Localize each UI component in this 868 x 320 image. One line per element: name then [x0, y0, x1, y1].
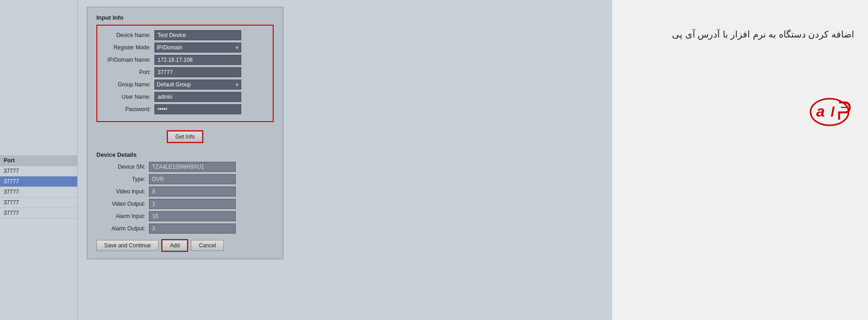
- table-row[interactable]: 37777: [0, 187, 77, 197]
- get-info-area: Get Info: [96, 127, 274, 147]
- dialog-box: Input Info Device Name: Register Mode: I…: [87, 7, 283, 259]
- video-output-field: [149, 199, 236, 209]
- port-input[interactable]: [154, 67, 241, 77]
- device-name-row: Device Name:: [102, 30, 268, 40]
- username-input[interactable]: [154, 92, 241, 102]
- video-input-row: Video Input:: [96, 187, 274, 197]
- alarm-input-label: Alarm Input:: [96, 213, 149, 219]
- add-button-wrapper: Add: [161, 239, 188, 252]
- bottom-buttons: Save and Continue Add Cancel: [96, 239, 274, 252]
- video-output-row: Video Output:: [96, 199, 274, 209]
- device-details-title: Device Details: [96, 151, 274, 158]
- group-name-select[interactable]: Default Group: [154, 80, 241, 90]
- left-panel: Port 37777 37777 37777 37777 37777: [0, 0, 78, 320]
- alarm-output-label: Alarm Output:: [96, 225, 149, 232]
- password-row: Password:: [102, 104, 268, 114]
- right-panel: اضافه کردن دستگاه به نرم افزار با آدرس آ…: [612, 0, 868, 320]
- device-sn-label: Device SN:: [96, 164, 149, 170]
- alarm-input-field: [149, 211, 236, 221]
- device-details-section: Device Details Device SN: Type: Video In…: [96, 151, 274, 234]
- device-sn-row: Device SN:: [96, 162, 274, 172]
- alarm-output-field: [149, 224, 236, 234]
- svg-text:a: a: [816, 103, 825, 120]
- username-label: User Name:: [102, 94, 154, 100]
- type-input: [149, 174, 236, 184]
- group-name-select-wrapper: Default Group: [154, 80, 241, 90]
- register-mode-label: Register Mode:: [102, 44, 154, 51]
- video-input-label: Video Input:: [96, 188, 149, 195]
- password-input[interactable]: [154, 104, 241, 114]
- ip-domain-input[interactable]: [154, 55, 241, 65]
- username-row: User Name:: [102, 92, 268, 102]
- ip-domain-row: IP/Domain Name:: [102, 55, 268, 65]
- svg-text:l: l: [831, 104, 835, 119]
- register-mode-row: Register Mode: IP/Domain: [102, 43, 268, 53]
- get-info-button-wrapper: Get Info: [167, 130, 204, 143]
- password-label: Password:: [102, 106, 154, 112]
- register-mode-select-wrapper: IP/Domain: [154, 43, 241, 53]
- table-row[interactable]: 37777: [0, 208, 77, 219]
- input-info-title: Input Info: [96, 14, 274, 21]
- port-row: Port:: [102, 67, 268, 77]
- register-mode-select[interactable]: IP/Domain: [154, 43, 241, 53]
- group-name-label: Group Name:: [102, 81, 154, 88]
- table-row[interactable]: 37777: [0, 197, 77, 208]
- device-name-input[interactable]: [154, 30, 241, 40]
- type-label: Type:: [96, 176, 149, 182]
- device-sn-input: [149, 162, 236, 172]
- table-row[interactable]: 37777: [0, 166, 77, 176]
- cancel-button[interactable]: Cancel: [191, 240, 223, 251]
- ip-domain-label: IP/Domain Name:: [102, 57, 154, 63]
- input-info-section: Device Name: Register Mode: IP/Domain IP…: [96, 25, 274, 122]
- logo-area: a l: [809, 96, 854, 128]
- group-name-row: Group Name: Default Group: [102, 80, 268, 90]
- alarm-input-row: Alarm Input:: [96, 211, 274, 221]
- device-name-label: Device Name:: [102, 32, 154, 38]
- port-column-header: Port: [0, 155, 77, 166]
- alarm-output-row: Alarm Output:: [96, 224, 274, 234]
- port-label: Port:: [102, 69, 154, 75]
- main-dialog-area: Input Info Device Name: Register Mode: I…: [78, 0, 612, 320]
- save-and-continue-button[interactable]: Save and Continue: [96, 240, 159, 251]
- get-info-button[interactable]: Get Info: [168, 131, 203, 142]
- video-output-label: Video Output:: [96, 201, 149, 207]
- company-logo-icon: a l: [809, 96, 854, 128]
- add-button[interactable]: Add: [162, 240, 187, 251]
- type-row: Type:: [96, 174, 274, 184]
- table-row[interactable]: 37777: [0, 176, 77, 187]
- video-input-field: [149, 187, 236, 197]
- arabic-description-text: اضافه کردن دستگاه به نرم افزار با آدرس آ…: [672, 27, 854, 41]
